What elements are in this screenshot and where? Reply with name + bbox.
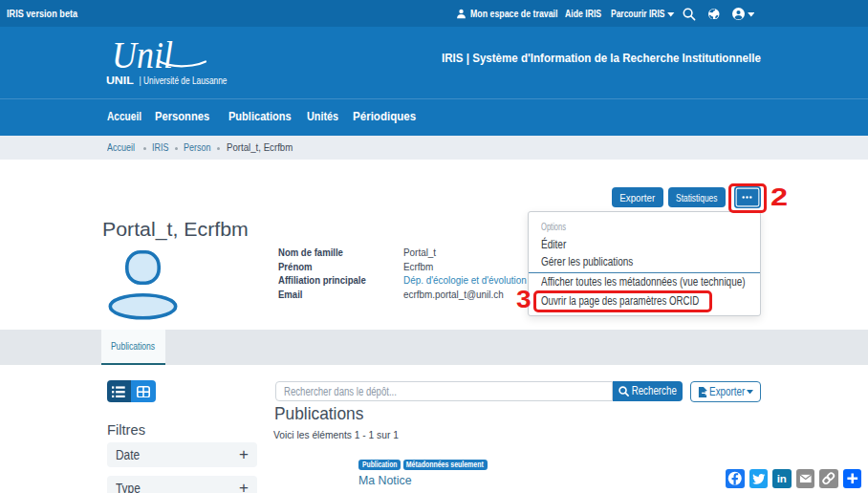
svg-text:UNIL: UNIL <box>106 75 134 86</box>
svg-text:| Université de Lausanne: | Université de Lausanne <box>140 75 228 86</box>
svg-text:Unil: Unil <box>112 36 173 76</box>
